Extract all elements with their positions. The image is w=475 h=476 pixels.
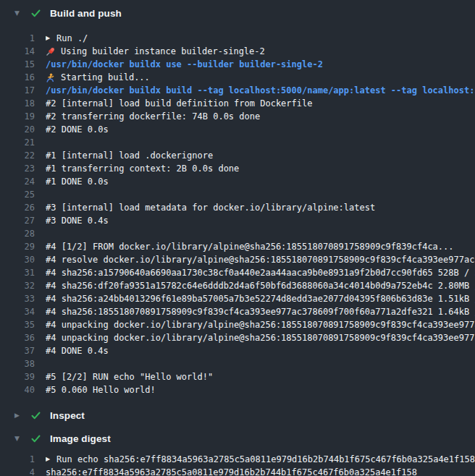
line-number[interactable]: 37 — [0, 344, 35, 357]
log-line-content: #4 unpacking docker.io/library/alpine@sh… — [46, 331, 475, 344]
log-line-content: /usr/bin/docker buildx use --builder bui… — [46, 58, 475, 71]
line-number[interactable]: 40 — [0, 383, 35, 396]
log-line-content: #2 transferring dockerfile: 74B 0.0s don… — [46, 110, 475, 123]
line-number[interactable]: 34 — [0, 305, 35, 318]
chevron-right-icon[interactable]: ▶ — [14, 408, 25, 422]
log-line-content: #1 DONE 0.0s — [46, 175, 475, 188]
log-line-content: #5 [2/2] RUN echo "Hello world!" — [46, 370, 475, 383]
line-number[interactable]: 16 — [0, 71, 35, 84]
line-number[interactable]: 25 — [0, 188, 35, 201]
line-number[interactable]: 1 — [0, 453, 35, 466]
section-header-build-and-push[interactable]: ▼Build and push — [0, 6, 475, 20]
log-text: #2 [internal] load build definition from… — [46, 97, 312, 110]
log-text: /usr/bin/docker buildx build --tag local… — [46, 84, 475, 97]
check-icon — [31, 9, 41, 17]
log-line-content: /usr/bin/docker buildx build --tag local… — [46, 84, 475, 97]
line-number[interactable]: 33 — [0, 292, 35, 305]
section-title: Inspect — [50, 410, 85, 421]
log-text: #3 [internal] load metadata for docker.i… — [46, 201, 375, 214]
log-line: 27#3 DONE 0.4s — [0, 214, 475, 227]
log-line-content: #4 [1/2] FROM docker.io/library/alpine@s… — [46, 240, 475, 253]
line-number[interactable]: 19 — [0, 110, 35, 123]
log-line: 40#5 0.060 Hello world! — [0, 383, 475, 396]
line-number[interactable]: 32 — [0, 279, 35, 292]
line-number[interactable]: 31 — [0, 266, 35, 279]
log-text: #4 DONE 0.4s — [46, 344, 109, 357]
line-number[interactable]: 28 — [0, 227, 35, 240]
log-text: Run ./ — [56, 32, 88, 45]
log-text: sha256:e7ff8834a5963a2785c5a0811e979d16b… — [46, 466, 417, 476]
line-number[interactable]: 24 — [0, 175, 35, 188]
log-text: #4 sha256:185518070891758909c9f839cf4ca3… — [46, 305, 475, 318]
line-number[interactable]: 38 — [0, 357, 35, 370]
log-line: 21 — [0, 136, 475, 149]
line-number[interactable]: 22 — [0, 149, 35, 162]
log-text: #5 [2/2] RUN echo "Hello world!" — [46, 370, 213, 383]
line-number[interactable]: 14 — [0, 45, 35, 58]
log-text: #4 sha256:df20fa9351a15782c64e6dddb2d4a6… — [46, 279, 475, 292]
log-text: #2 transferring dockerfile: 74B 0.0s don… — [46, 110, 260, 123]
runner-icon — [46, 73, 56, 82]
log-text: Run echo sha256:e7ff8834a5963a2785c5a081… — [56, 453, 475, 466]
chevron-down-icon[interactable]: ▼ — [14, 431, 25, 446]
line-number[interactable]: 26 — [0, 201, 35, 214]
log-line: 28 — [0, 227, 475, 240]
log-line-content: #1 [internal] load .dockerignore — [46, 149, 475, 162]
log-line: 16Starting build... — [0, 71, 475, 84]
pushpin-icon — [46, 47, 56, 56]
line-number[interactable]: 17 — [0, 84, 35, 97]
line-number[interactable]: 23 — [0, 162, 35, 175]
log-line: 4sha256:e7ff8834a5963a2785c5a0811e979d16… — [0, 466, 475, 476]
chevron-down-icon[interactable]: ▼ — [14, 6, 25, 20]
line-number[interactable]: 4 — [0, 466, 35, 476]
log-line-content: #3 [internal] load metadata for docker.i… — [46, 201, 475, 214]
section-title: Build and push — [50, 8, 122, 19]
log-line: 31#4 sha256:a15790640a6690aa1730c38cf0a4… — [0, 266, 475, 279]
line-number[interactable]: 20 — [0, 123, 35, 136]
log-line: 20#2 DONE 0.0s — [0, 123, 475, 136]
log-line: 30#4 resolve docker.io/library/alpine@sh… — [0, 253, 475, 266]
log-line: 15/usr/bin/docker buildx use --builder b… — [0, 58, 475, 71]
line-number[interactable]: 1 — [0, 32, 35, 45]
log-section-build-and-push: ▼Build and push1▶Run ./14Using builder i… — [0, 6, 475, 396]
log-line: 37#4 DONE 0.4s — [0, 344, 475, 357]
line-number[interactable]: 30 — [0, 253, 35, 266]
log-line-content: Using builder instance builder-single-2 — [46, 45, 475, 58]
line-number[interactable]: 21 — [0, 136, 35, 149]
line-number[interactable]: 29 — [0, 240, 35, 253]
log-line-content: Starting build... — [46, 71, 475, 84]
log-text: #1 DONE 0.0s — [46, 175, 109, 188]
section-header-image-digest[interactable]: ▼Image digest — [0, 431, 475, 446]
check-icon — [31, 412, 41, 420]
log-line: 1▶Run ./ — [0, 32, 475, 45]
log-text: /usr/bin/docker buildx use --builder bui… — [46, 58, 323, 71]
line-number[interactable]: 35 — [0, 318, 35, 331]
section-title: Image digest — [50, 433, 111, 444]
log-line: 19#2 transferring dockerfile: 74B 0.0s d… — [0, 110, 475, 123]
line-number[interactable]: 15 — [0, 58, 35, 71]
log-text: #4 unpacking docker.io/library/alpine@sh… — [46, 331, 475, 344]
log-text: #4 [1/2] FROM docker.io/library/alpine@s… — [46, 240, 454, 253]
line-number[interactable]: 39 — [0, 370, 35, 383]
log-line: 18#2 [internal] load build definition fr… — [0, 97, 475, 110]
line-number[interactable]: 18 — [0, 97, 35, 110]
log-line-content: #4 resolve docker.io/library/alpine@sha2… — [46, 253, 475, 266]
log-text: #4 resolve docker.io/library/alpine@sha2… — [46, 253, 475, 266]
section-header-inspect[interactable]: ▶Inspect — [0, 408, 475, 422]
log-text: #3 DONE 0.4s — [46, 214, 109, 227]
log-line: 26#3 [internal] load metadata for docker… — [0, 201, 475, 214]
line-number[interactable]: 36 — [0, 331, 35, 344]
log-line-content — [46, 357, 475, 370]
log-line-content: ▶Run echo sha256:e7ff8834a5963a2785c5a08… — [46, 453, 475, 466]
log-line-content: #5 0.060 Hello world! — [46, 383, 475, 396]
log-line-content — [46, 227, 475, 240]
check-icon — [31, 435, 41, 443]
line-number[interactable]: 27 — [0, 214, 35, 227]
log-text: #2 DONE 0.0s — [46, 123, 109, 136]
actions-log-viewer: ▼Build and push1▶Run ./14Using builder i… — [0, 0, 475, 476]
log-line: 29#4 [1/2] FROM docker.io/library/alpine… — [0, 240, 475, 253]
log-line-content: ▶Run ./ — [46, 32, 475, 45]
log-line: 33#4 sha256:a24bb4013296f61e89ba57005a7b… — [0, 292, 475, 305]
log-text: #4 sha256:a24bb4013296f61e89ba57005a7b3e… — [46, 292, 475, 305]
play-icon: ▶ — [46, 453, 51, 466]
